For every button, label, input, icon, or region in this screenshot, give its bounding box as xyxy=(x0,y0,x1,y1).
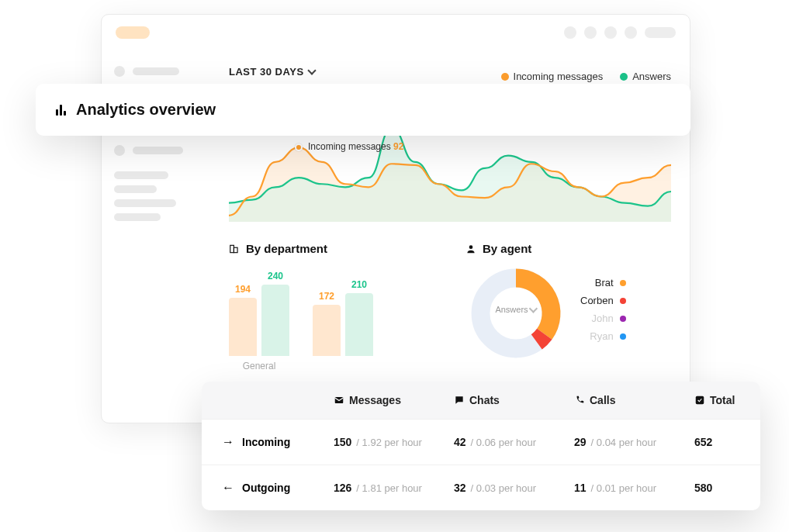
dept-bar: 210 xyxy=(345,293,373,356)
agent-legend-item[interactable]: Brat xyxy=(580,277,626,288)
legend-incoming: Incoming messages xyxy=(501,71,604,82)
svg-rect-6 xyxy=(696,396,704,405)
agent-donut-chart: Answers BratCorbenJohnRyan xyxy=(465,263,671,356)
dept-bar: 172 xyxy=(313,305,341,356)
dept-bar: 240 xyxy=(261,285,289,356)
chart-legend: Incoming messages Answers xyxy=(501,71,671,82)
browser-pill xyxy=(645,27,676,38)
dept-bar: 194 xyxy=(229,298,257,356)
performance-chart: Answers 149 Incoming messages 92 xyxy=(229,121,671,222)
table-row: ←Outgoing126 / 1.81 per hour32 / 0.03 pe… xyxy=(202,465,760,510)
svg-rect-2 xyxy=(234,247,237,252)
agent-heading: By agent xyxy=(465,242,671,255)
table-header-row: Messages Chats Calls Total xyxy=(202,382,760,419)
agent-legend-item[interactable]: John xyxy=(580,313,626,324)
browser-controls xyxy=(564,26,637,39)
mail-icon xyxy=(334,395,344,406)
svg-point-3 xyxy=(469,245,473,249)
dept-label: General xyxy=(229,361,289,371)
building-icon xyxy=(229,244,240,254)
agent-legend-item[interactable]: Corben xyxy=(580,295,626,306)
dept-heading: By department xyxy=(229,242,434,255)
analytics-icon xyxy=(56,105,68,116)
browser-bar xyxy=(102,15,690,50)
check-badge-icon xyxy=(694,395,705,406)
person-icon xyxy=(465,244,476,254)
browser-window: LAST 30 DAYS Incoming messages Answers P… xyxy=(101,14,690,423)
dept-bar-chart: 194240172210 xyxy=(229,263,434,356)
date-range-label: LAST 30 DAYS xyxy=(229,66,304,78)
chat-icon xyxy=(454,395,465,406)
chevron-down-icon xyxy=(307,66,316,74)
svg-rect-1 xyxy=(230,245,234,252)
dept-label xyxy=(313,361,373,371)
legend-answers: Answers xyxy=(620,71,671,82)
stats-table-card: Messages Chats Calls Total →Incoming150 … xyxy=(202,382,760,510)
phone-icon xyxy=(574,395,585,406)
analytics-overview-title: Analytics overview xyxy=(76,101,216,119)
arrow-left-icon: ← xyxy=(222,481,234,495)
arrow-right-icon: → xyxy=(222,435,234,449)
agent-legend-item[interactable]: Ryan xyxy=(580,330,626,342)
table-row: →Incoming150 / 1.92 per hour42 / 0.06 pe… xyxy=(202,419,760,465)
donut-center-selector[interactable]: Answers xyxy=(495,305,536,314)
analytics-overview-card: Analytics overview xyxy=(36,84,690,136)
browser-logo xyxy=(116,26,150,39)
